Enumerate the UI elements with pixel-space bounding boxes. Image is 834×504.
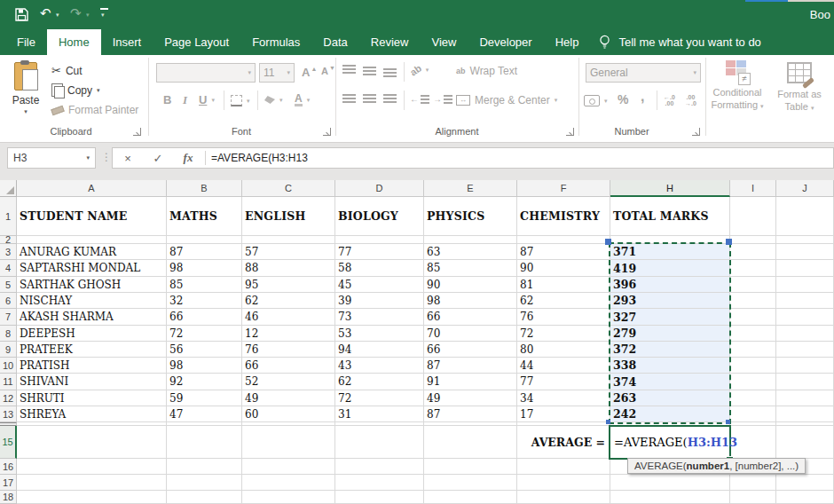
cell-C13[interactable]: 60 — [242, 406, 335, 422]
accounting-format-button[interactable]: ▾ — [584, 95, 608, 106]
font-color-button[interactable]: A▾ — [295, 93, 310, 106]
cell-C6[interactable]: 62 — [242, 293, 335, 309]
tab-insert[interactable]: Insert — [101, 29, 153, 55]
bold-button[interactable]: B — [163, 93, 171, 106]
cell-B6[interactable]: 32 — [167, 293, 242, 309]
cell-A2[interactable] — [17, 236, 167, 244]
number-format-dropdown-icon[interactable]: ▾ — [693, 69, 696, 76]
column-header-E[interactable]: E — [424, 180, 517, 197]
cell-D10[interactable]: 43 — [335, 358, 424, 374]
cell-A7[interactable]: AKASH SHARMA — [17, 309, 167, 326]
row-header-11[interactable]: 11 — [0, 374, 17, 390]
cell-B9[interactable]: 56 — [167, 342, 242, 358]
cell-D15[interactable] — [335, 426, 424, 459]
font-dialog-launcher[interactable] — [323, 128, 331, 136]
decrease-decimal-button[interactable]: .00 →.0 — [685, 94, 696, 106]
cell-B11[interactable]: 92 — [167, 374, 242, 390]
cut-button[interactable]: ✂ Cut — [51, 64, 83, 77]
tab-help[interactable]: Help — [544, 29, 591, 55]
cell-I1[interactable] — [730, 197, 776, 236]
row-header-6[interactable]: 6 — [0, 293, 17, 309]
cell-C3[interactable]: 57 — [242, 244, 335, 260]
cell-J13[interactable] — [776, 406, 834, 422]
row-header-7[interactable]: 7 — [0, 309, 17, 326]
decrease-indent-button[interactable]: ← — [410, 94, 429, 104]
row-header-4[interactable]: 4 — [0, 260, 17, 277]
cell-D9[interactable]: 94 — [335, 342, 424, 358]
cell-F16[interactable] — [517, 459, 610, 475]
orientation-button[interactable]: ab▾ — [410, 65, 429, 75]
name-box[interactable]: H3 ▾ — [7, 147, 96, 169]
column-header-F[interactable]: F — [517, 180, 610, 197]
cell-A6[interactable]: NISCHAY — [17, 293, 167, 309]
cell-I3[interactable] — [730, 244, 776, 260]
borders-button[interactable]: ▾ — [231, 95, 250, 106]
cell-C16[interactable] — [242, 459, 335, 475]
cell-H13[interactable]: 242 — [610, 406, 730, 422]
cell-E7[interactable]: 66 — [424, 309, 517, 326]
column-header-H[interactable]: H — [610, 180, 730, 197]
cell-I18[interactable] — [730, 491, 776, 504]
cell-D7[interactable]: 73 — [335, 309, 424, 326]
tab-file[interactable]: File — [5, 29, 47, 55]
cell-E11[interactable]: 91 — [424, 374, 517, 390]
cell-C9[interactable]: 76 — [242, 342, 335, 358]
cell-F6[interactable]: 62 — [517, 293, 610, 309]
cell-A12[interactable]: SHRUTI — [17, 390, 167, 406]
cell-E18[interactable] — [424, 491, 517, 504]
cell-B16[interactable] — [167, 459, 242, 475]
format-as-table-button[interactable]: Format as Table ▾ — [768, 57, 830, 137]
cell-F8[interactable]: 72 — [517, 326, 610, 342]
cell-C17[interactable] — [242, 475, 335, 491]
cell-I7[interactable] — [730, 309, 776, 326]
cell-H17[interactable] — [610, 475, 730, 491]
cell-D12[interactable]: 72 — [335, 390, 424, 406]
cell-E1[interactable]: PHYSICS — [424, 197, 517, 236]
row-header-18[interactable]: 18 — [0, 491, 17, 504]
italic-button[interactable]: I — [183, 93, 187, 107]
tab-view[interactable]: View — [420, 29, 468, 55]
cell-I4[interactable] — [730, 260, 776, 277]
cell-D4[interactable]: 58 — [335, 260, 424, 277]
bottom-align-button[interactable] — [383, 68, 397, 77]
percent-style-button[interactable]: % — [618, 92, 628, 106]
undo-button[interactable]: ↶ — [40, 6, 51, 20]
cell-C2[interactable] — [242, 236, 335, 244]
increase-indent-button[interactable]: → — [433, 94, 452, 104]
cell-I10[interactable] — [730, 358, 776, 374]
font-color-dropdown-icon[interactable]: ▾ — [307, 97, 311, 104]
cell-I11[interactable] — [730, 374, 776, 390]
cell-E10[interactable]: 87 — [424, 358, 517, 374]
cell-J5[interactable] — [776, 277, 834, 293]
cell-H1[interactable]: TOTAL MARKS — [610, 197, 730, 236]
tab-formulas[interactable]: Formulas — [240, 29, 311, 55]
row-header-15[interactable]: 15 — [0, 426, 17, 459]
cell-F17[interactable] — [517, 475, 610, 491]
row-header-17[interactable]: 17 — [0, 475, 17, 491]
cell-F2[interactable] — [517, 236, 610, 244]
borders-dropdown-icon[interactable]: ▾ — [247, 98, 250, 105]
cell-E4[interactable]: 85 — [424, 260, 517, 277]
cell-B17[interactable] — [167, 475, 242, 491]
cell-J15[interactable] — [776, 426, 834, 459]
cell-B1[interactable]: MATHS — [167, 197, 242, 236]
cell-C8[interactable]: 12 — [242, 326, 335, 342]
font-name-combo[interactable]: ▾ — [156, 63, 256, 83]
cell-A17[interactable] — [17, 475, 167, 491]
cell-I8[interactable] — [730, 326, 776, 342]
accounting-dropdown-icon[interactable]: ▾ — [604, 98, 608, 105]
cell-A1[interactable]: STUDENT NAME — [17, 197, 167, 236]
cell-A5[interactable]: SARTHAK GHOSH — [17, 277, 167, 293]
tab-page-layout[interactable]: Page Layout — [153, 29, 240, 55]
cell-E12[interactable]: 49 — [424, 390, 517, 406]
column-header-J[interactable]: J — [776, 180, 834, 197]
decrease-font-size-button[interactable]: A▼ — [321, 66, 335, 76]
cell-A3[interactable]: ANURAG KUMAR — [17, 244, 167, 260]
cell-J2[interactable] — [776, 236, 834, 244]
cell-I9[interactable] — [730, 342, 776, 358]
cell-H12[interactable]: 263 — [610, 390, 730, 406]
save-icon[interactable] — [14, 7, 29, 22]
align-right-button[interactable] — [383, 94, 397, 103]
cell-J18[interactable] — [776, 491, 834, 504]
cell-F1[interactable]: CHEMISTRY — [517, 197, 610, 236]
